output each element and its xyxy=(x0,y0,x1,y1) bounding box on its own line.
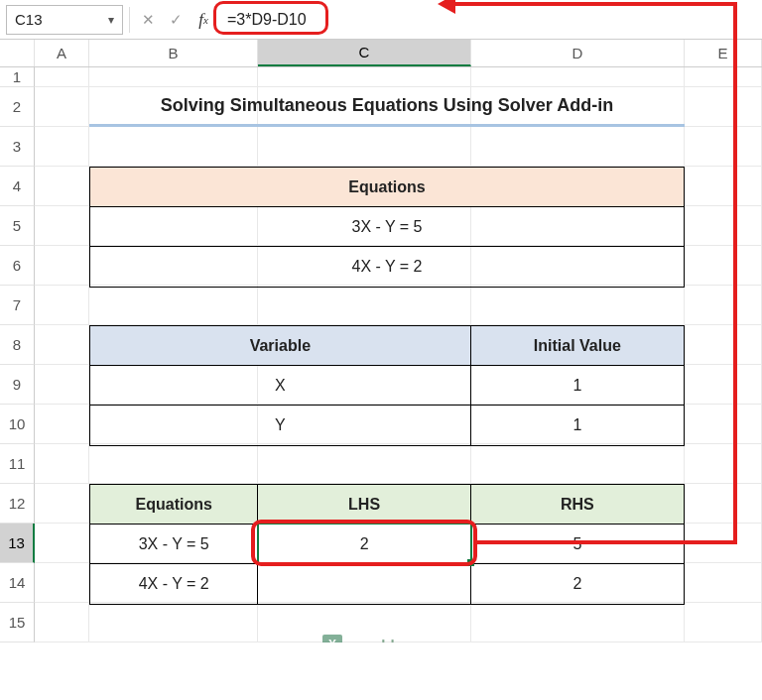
row-header-11[interactable]: 11 xyxy=(0,444,35,484)
variable-header: Variable xyxy=(90,326,471,366)
chevron-down-icon[interactable]: ▾ xyxy=(108,13,114,27)
grid: 1 2 3 4 5 6 7 8 9 10 11 12 13 14 15 xyxy=(0,67,762,642)
variables-table: Variable Initial Value X 1 Y 1 xyxy=(89,325,685,446)
row-header-7[interactable]: 7 xyxy=(0,286,35,325)
row-header-1[interactable]: 1 xyxy=(0,67,35,87)
solver-header-eq: Equations xyxy=(90,485,258,525)
solver-lhs-2[interactable] xyxy=(258,564,470,604)
annotation-line-top xyxy=(453,2,737,6)
table-row: 4X - Y = 2 2 xyxy=(90,564,684,604)
initial-value-header: Initial Value xyxy=(471,326,684,366)
solver-eq-1[interactable]: 3X - Y = 5 xyxy=(90,525,258,564)
row-header-5[interactable]: 5 xyxy=(0,206,35,246)
table-row: Y 1 xyxy=(90,406,684,445)
table-row: 3X - Y = 5 2 5 xyxy=(90,525,684,564)
formula-bar: C13 ▾ ✕ ✓ fx =3*D9-D10 xyxy=(0,0,762,40)
row-header-6[interactable]: 6 xyxy=(0,246,35,286)
fx-icon[interactable]: fx xyxy=(191,7,215,33)
solver-rhs-2[interactable]: 2 xyxy=(471,564,684,604)
equation-1[interactable]: 3X - Y = 5 xyxy=(90,207,684,247)
watermark: X exceldemy EXCEL · DATA · BI xyxy=(322,635,425,642)
variable-y[interactable]: Y xyxy=(90,406,471,445)
name-box[interactable]: C13 ▾ xyxy=(6,5,123,35)
row-header-15[interactable]: 15 xyxy=(0,603,35,642)
content-overlay: Solving Simultaneous Equations Using Sol… xyxy=(35,67,762,642)
row-header-14[interactable]: 14 xyxy=(0,563,35,603)
col-header-C[interactable]: C xyxy=(258,40,471,66)
row-header-2[interactable]: 2 xyxy=(0,87,35,127)
annotation-arrow-icon xyxy=(438,0,455,14)
col-header-B[interactable]: B xyxy=(89,40,258,66)
row-header-13[interactable]: 13 xyxy=(0,524,35,563)
value-y[interactable]: 1 xyxy=(471,406,684,445)
col-header-D[interactable]: D xyxy=(471,40,685,66)
row-header-12[interactable]: 12 xyxy=(0,484,35,524)
value-x[interactable]: 1 xyxy=(471,366,684,406)
excel-logo-icon: X xyxy=(322,635,342,642)
formula-input[interactable]: =3*D9-D10 xyxy=(219,5,756,35)
solver-lhs-1[interactable]: 2 xyxy=(258,525,470,564)
col-header-A[interactable]: A xyxy=(35,40,89,66)
row-header-4[interactable]: 4 xyxy=(0,167,35,206)
annotation-line-horizontal xyxy=(476,540,737,544)
separator xyxy=(129,7,130,33)
equation-2[interactable]: 4X - Y = 2 xyxy=(90,247,684,287)
equations-header: Equations xyxy=(90,168,684,207)
formula-text: =3*D9-D10 xyxy=(227,11,307,29)
table-row: X 1 xyxy=(90,366,684,406)
row-header-9[interactable]: 9 xyxy=(0,365,35,405)
row-header-3[interactable]: 3 xyxy=(0,127,35,167)
row-headers: 1 2 3 4 5 6 7 8 9 10 11 12 13 14 15 xyxy=(0,67,35,642)
cancel-icon[interactable]: ✕ xyxy=(136,7,160,33)
solver-rhs-1[interactable]: 5 xyxy=(471,525,684,564)
solver-eq-2[interactable]: 4X - Y = 2 xyxy=(90,564,258,604)
name-box-value: C13 xyxy=(15,11,43,28)
variable-x[interactable]: X xyxy=(90,366,471,406)
equations-table: Equations 3X - Y = 5 4X - Y = 2 xyxy=(89,167,685,288)
solver-header-rhs: RHS xyxy=(471,485,684,525)
page-title: Solving Simultaneous Equations Using Sol… xyxy=(89,87,685,127)
row-header-8[interactable]: 8 xyxy=(0,325,35,365)
enter-icon[interactable]: ✓ xyxy=(164,7,188,33)
solver-header-lhs: LHS xyxy=(258,485,470,525)
sheet-area[interactable]: Solving Simultaneous Equations Using Sol… xyxy=(35,67,762,642)
column-headers: A B C D E xyxy=(0,40,762,67)
select-all-corner[interactable] xyxy=(0,40,35,66)
col-header-E[interactable]: E xyxy=(685,40,762,66)
annotation-line-vertical xyxy=(733,2,737,544)
watermark-brand: exceldemy xyxy=(348,637,425,643)
solver-table: Equations LHS RHS 3X - Y = 5 2 5 4X - Y … xyxy=(89,484,685,605)
row-header-10[interactable]: 10 xyxy=(0,405,35,444)
